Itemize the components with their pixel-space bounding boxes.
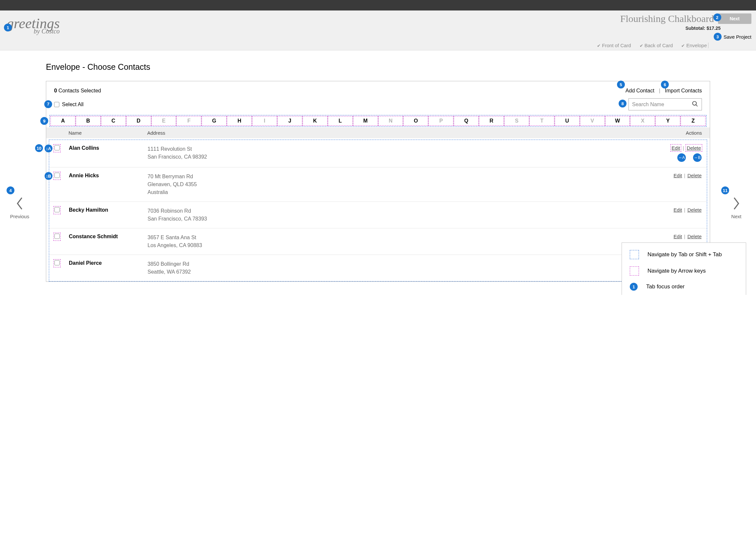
separator: | — [682, 173, 686, 178]
search-input[interactable] — [632, 101, 688, 107]
separator: | — [681, 145, 685, 151]
previous-nav[interactable]: 4 Previous — [7, 196, 33, 219]
next-label: Next — [723, 214, 749, 219]
contact-name: Daniel Pierce — [69, 260, 148, 266]
next-button[interactable]: Next — [718, 13, 751, 24]
badge-6: 6 — [661, 80, 669, 88]
delete-link[interactable]: Delete — [687, 234, 701, 239]
badge-11: 11 — [721, 187, 729, 194]
col-name: Name — [69, 130, 147, 136]
alpha-A[interactable]: A — [51, 116, 76, 126]
badge-vA: ↕A — [45, 145, 53, 152]
badge-vB: ↕B — [45, 172, 53, 180]
product-title: Flourishing Chalkboard — [620, 13, 714, 24]
col-actions: Actions — [659, 130, 702, 136]
alpha-L[interactable]: L — [328, 116, 353, 126]
alpha-R[interactable]: R — [479, 116, 504, 126]
edit-link[interactable]: Edit — [674, 173, 682, 178]
select-all-checkbox[interactable] — [54, 102, 59, 107]
delete-link[interactable]: Delete — [687, 207, 701, 213]
header: 1 greetings by Costco Flourishing Chalkb… — [0, 11, 756, 51]
badge-3: 3 — [714, 33, 722, 41]
alpha-Y[interactable]: Y — [655, 116, 680, 126]
delete-link[interactable]: Delete — [687, 145, 701, 151]
add-contact-link[interactable]: Add Contact — [626, 88, 654, 93]
edit-link[interactable]: Edit — [672, 145, 680, 151]
alpha-X: X — [630, 116, 655, 126]
legend-tab-label: Navigate by Tab or Shift + Tab — [648, 251, 722, 258]
check-icon: ✔ — [597, 43, 601, 48]
logo[interactable]: greetings by Costco — [7, 17, 60, 35]
alpha-Z[interactable]: Z — [680, 116, 705, 126]
search-icon — [692, 101, 698, 108]
contact-address: 7036 Robinson RdSan Francisco, CA 78393 — [148, 207, 659, 223]
badge-1: 1 — [4, 24, 12, 32]
contact-panel: 0 Contacts Selected 5 Add Contact | 6 Im… — [46, 81, 710, 282]
badge-9: 9 — [40, 117, 48, 125]
subtotal: Subtotal: $17.25 — [685, 26, 721, 31]
badge-2: 2 — [713, 13, 721, 21]
edit-link[interactable]: Edit — [674, 207, 682, 213]
search-box[interactable] — [629, 98, 702, 110]
legend-badge-swatch: 1 — [630, 283, 638, 291]
next-nav[interactable]: 11 Next — [723, 196, 749, 219]
alpha-F: F — [176, 116, 201, 126]
alpha-G[interactable]: G — [201, 116, 227, 126]
badge-hA: ↔A — [677, 153, 686, 162]
alpha-O[interactable]: O — [403, 116, 428, 126]
alpha-U[interactable]: U — [554, 116, 580, 126]
check-icon: ✔ — [681, 43, 685, 48]
contact-address: 3850 Bollinger RdSeattle, WA 67392 — [148, 260, 659, 276]
badge-5: 5 — [617, 80, 625, 88]
alphabet-filter: ABCDEFGHIJKLMNOPQRSTUVWXYZ — [50, 115, 706, 127]
badge-7: 7 — [44, 100, 52, 108]
topbar — [0, 0, 756, 11]
legend-order-label: Tab focus order — [646, 283, 684, 290]
select-all-label: Select All — [62, 101, 83, 107]
alpha-D[interactable]: D — [126, 116, 151, 126]
alpha-J[interactable]: J — [277, 116, 302, 126]
alpha-B[interactable]: B — [76, 116, 101, 126]
separator: | — [659, 88, 660, 94]
alpha-W[interactable]: W — [605, 116, 630, 126]
alpha-I: I — [252, 116, 277, 126]
table-row: Daniel Pierce3850 Bollinger RdSeattle, W… — [49, 255, 707, 281]
row-checkbox[interactable] — [55, 207, 60, 212]
table-row: ↕BAnnie Hicks70 Mt Berryman RdGlenaven, … — [49, 167, 707, 202]
svg-line-1 — [696, 105, 698, 106]
alpha-P: P — [428, 116, 453, 126]
row-checkbox[interactable] — [55, 145, 60, 150]
contact-address: 70 Mt Berryman RdGlenaven, QLD 4355Austr… — [148, 173, 659, 196]
alpha-S: S — [504, 116, 529, 126]
table-row: Constance Schmidt3657 E Santa Ana StLos … — [49, 228, 707, 255]
progress-back[interactable]: ✔Back of Card — [640, 43, 673, 48]
alpha-M[interactable]: M — [353, 116, 378, 126]
check-icon: ✔ — [640, 43, 643, 48]
alpha-N: N — [378, 116, 403, 126]
chevron-right-icon — [732, 196, 741, 211]
svg-point-0 — [693, 101, 697, 105]
contact-address: 3657 E Santa Ana StLos Angeles, CA 90883 — [148, 234, 659, 249]
alpha-C[interactable]: C — [101, 116, 126, 126]
alpha-Q[interactable]: Q — [453, 116, 479, 126]
legend-arrow-label: Navigate by Arrow keys — [648, 268, 706, 274]
alpha-H[interactable]: H — [227, 116, 252, 126]
alpha-K[interactable]: K — [302, 116, 328, 126]
contact-name: Constance Schmidt — [69, 234, 148, 239]
edit-link[interactable]: Edit — [674, 234, 682, 239]
alpha-T: T — [529, 116, 554, 126]
row-checkbox[interactable] — [55, 234, 60, 239]
import-contacts-link[interactable]: Import Contacts — [665, 88, 702, 93]
row-checkbox[interactable] — [55, 173, 60, 178]
badge-4: 4 — [7, 187, 14, 194]
progress-steps: ✔Front of Card ✔Back of Card ✔Envelope — [597, 43, 708, 48]
progress-front[interactable]: ✔Front of Card — [597, 43, 631, 48]
selected-count: 0 Contacts Selected — [54, 88, 101, 94]
row-checkbox[interactable] — [55, 260, 60, 265]
legend-arrow-swatch — [630, 266, 639, 276]
save-project-link[interactable]: Save Project — [723, 34, 751, 40]
progress-envelope[interactable]: ✔Envelope — [681, 43, 707, 48]
alpha-E: E — [151, 116, 176, 126]
delete-link[interactable]: Delete — [687, 173, 701, 178]
legend-tab-swatch — [630, 250, 639, 259]
